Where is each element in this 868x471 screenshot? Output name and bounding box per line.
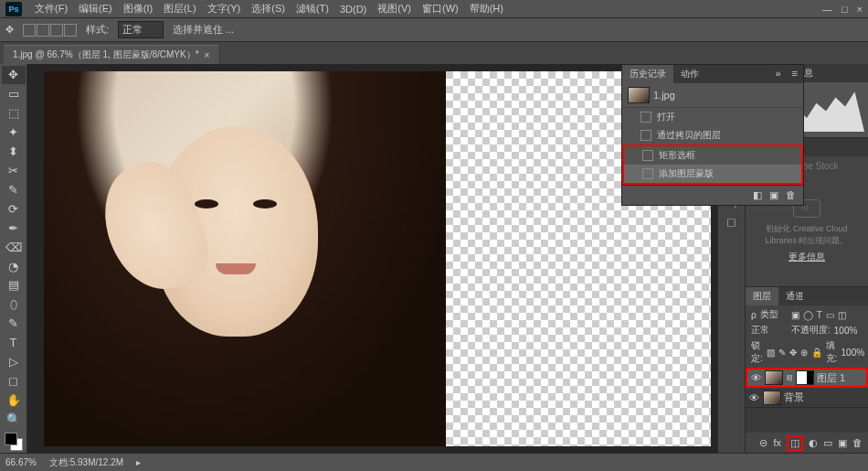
- brush-tool[interactable]: ⟳: [2, 199, 26, 218]
- snapshot-from-icon[interactable]: ◧: [753, 189, 762, 201]
- panel-menu-icon[interactable]: ≡: [787, 65, 803, 83]
- doc-info[interactable]: 文档:5.93M/12.2M: [49, 456, 123, 469]
- close-button[interactable]: ×: [857, 4, 863, 15]
- menu-type[interactable]: 文字(Y): [202, 2, 247, 16]
- step-icon: [642, 150, 653, 161]
- lock-image-icon[interactable]: ✎: [778, 348, 786, 358]
- selection-intersect-icon[interactable]: [64, 24, 77, 37]
- fx-icon[interactable]: fx: [773, 437, 781, 448]
- visibility-icon[interactable]: 👁: [749, 392, 760, 403]
- lock-trans-icon[interactable]: ▨: [767, 348, 775, 358]
- filter-smart-icon[interactable]: ◫: [838, 310, 846, 320]
- menu-edit[interactable]: 编辑(E): [73, 2, 118, 16]
- history-item-add-mask[interactable]: 添加图层蒙版: [624, 165, 801, 183]
- mask-thumb[interactable]: [796, 370, 814, 385]
- delete-layer-icon[interactable]: 🗑: [852, 437, 863, 448]
- layer-thumb[interactable]: [763, 391, 781, 405]
- delete-state-icon[interactable]: 🗑: [786, 189, 796, 201]
- document-tab-close[interactable]: ×: [205, 50, 210, 60]
- canvas-area[interactable]: [27, 64, 717, 453]
- layer-name[interactable]: 背景: [784, 391, 804, 404]
- selection-subtract-icon[interactable]: [50, 24, 63, 37]
- type-tool[interactable]: T: [2, 334, 26, 352]
- color-swatch[interactable]: [5, 433, 23, 451]
- snapshot-name: 1.jpg: [653, 90, 675, 101]
- history-step-label: 添加图层蒙版: [659, 167, 714, 180]
- lock-all-icon[interactable]: 🔒: [811, 348, 822, 358]
- kind-filter-select[interactable]: 类型: [760, 308, 788, 321]
- filter-type-icon[interactable]: T: [817, 310, 822, 320]
- lock-pos-icon[interactable]: ✥: [789, 348, 797, 358]
- zoom-tool[interactable]: 🔍: [2, 410, 26, 428]
- magic-wand-tool[interactable]: ✦: [2, 123, 26, 142]
- hand-tool[interactable]: ✋: [2, 391, 26, 409]
- stamp-tool[interactable]: ✒: [2, 219, 26, 237]
- layer-row-1[interactable]: 👁 ⛓ 图层 1: [746, 368, 868, 388]
- tool-preset-icon[interactable]: ✥: [5, 24, 14, 36]
- lock-artboard-icon[interactable]: ⊕: [800, 348, 808, 358]
- maximize-button[interactable]: □: [842, 4, 848, 15]
- layers-list: 👁 ⛓ 图层 1 👁 背景: [746, 368, 868, 433]
- history-item-copy-layer[interactable]: 通过拷贝的图层: [622, 126, 803, 145]
- step-icon: [640, 130, 651, 141]
- add-mask-icon[interactable]: ◫: [787, 435, 803, 451]
- menu-file[interactable]: 文件(F): [29, 2, 73, 16]
- filter-adjust-icon[interactable]: ◯: [803, 310, 813, 320]
- lasso-tool[interactable]: ⬚: [2, 104, 26, 123]
- minimize-button[interactable]: —: [822, 4, 832, 15]
- dock-icon-3d[interactable]: ◻: [726, 215, 736, 229]
- tab-layers[interactable]: 图层: [746, 287, 778, 305]
- healing-tool[interactable]: ✎: [2, 180, 26, 198]
- menu-window[interactable]: 窗口(W): [417, 2, 464, 16]
- new-layer-icon[interactable]: ▣: [838, 437, 847, 449]
- document-tab[interactable]: 1.jpg @ 66.7%（图层 1, 图层蒙版/8/CMYK）* ×: [4, 45, 218, 64]
- menu-image[interactable]: 图像(I): [118, 2, 158, 16]
- gradient-tool[interactable]: ◔: [2, 257, 26, 275]
- move-tool[interactable]: ✥: [2, 66, 26, 84]
- history-item-marquee[interactable]: 矩形选框: [624, 146, 801, 165]
- dodge-tool[interactable]: ⬯: [2, 295, 26, 314]
- visibility-icon[interactable]: 👁: [751, 372, 762, 383]
- path-tool[interactable]: ▷: [2, 353, 26, 371]
- layer-thumb[interactable]: [765, 370, 783, 385]
- new-snapshot-icon[interactable]: ▣: [769, 189, 778, 201]
- filter-pixel-icon[interactable]: ▣: [791, 310, 799, 320]
- select-and-mask-button[interactable]: 选择并遮住 ...: [173, 23, 234, 37]
- history-panel[interactable]: 历史记录 动作 » ≡ 1.jpg 打开 通过拷贝的图层 矩形选框 添加图层蒙版: [621, 64, 804, 206]
- tab-history[interactable]: 历史记录: [622, 65, 673, 83]
- style-select[interactable]: 正常: [118, 21, 164, 38]
- layer-name[interactable]: 图层 1: [817, 371, 845, 385]
- cc-more-link[interactable]: 更多信息: [789, 251, 825, 263]
- opacity-value[interactable]: 100%: [834, 326, 858, 336]
- menu-filter[interactable]: 滤镜(T): [291, 2, 334, 16]
- canvas[interactable]: [44, 71, 711, 446]
- tab-actions[interactable]: 动作: [673, 65, 706, 83]
- crop-tool[interactable]: ⬍: [2, 143, 26, 161]
- adjustment-layer-icon[interactable]: ◐: [809, 437, 818, 449]
- filter-shape-icon[interactable]: ▭: [826, 310, 834, 320]
- group-icon[interactable]: ▭: [823, 437, 832, 449]
- menu-help[interactable]: 帮助(H): [464, 2, 509, 16]
- eraser-tool[interactable]: ⌫: [2, 238, 26, 256]
- selection-new-icon[interactable]: [23, 24, 36, 37]
- menu-3d[interactable]: 3D(D): [334, 4, 372, 15]
- panel-collapse-icon[interactable]: »: [769, 65, 786, 83]
- history-item-open[interactable]: 打开: [622, 108, 803, 126]
- marquee-tool[interactable]: ▭: [2, 85, 26, 103]
- tab-channels[interactable]: 通道: [778, 287, 811, 305]
- menu-select[interactable]: 选择(S): [246, 2, 291, 16]
- history-snapshot[interactable]: 1.jpg: [622, 83, 803, 108]
- doc-info-arrow[interactable]: ▸: [136, 457, 141, 467]
- fill-value[interactable]: 100%: [842, 348, 865, 358]
- zoom-level[interactable]: 66.67%: [5, 457, 37, 467]
- blur-tool[interactable]: ▤: [2, 276, 26, 294]
- menu-layer[interactable]: 图层(L): [158, 2, 201, 16]
- menu-view[interactable]: 视图(V): [372, 2, 417, 16]
- selection-add-icon[interactable]: [37, 24, 49, 37]
- pen-tool[interactable]: ✎: [2, 315, 26, 333]
- link-layers-icon[interactable]: ⊝: [759, 437, 767, 449]
- layer-row-bg[interactable]: 👁 背景: [746, 388, 868, 408]
- shape-tool[interactable]: ◻: [2, 372, 26, 391]
- eyedropper-tool[interactable]: ✂: [2, 162, 26, 180]
- blend-mode-select[interactable]: 正常: [751, 324, 788, 337]
